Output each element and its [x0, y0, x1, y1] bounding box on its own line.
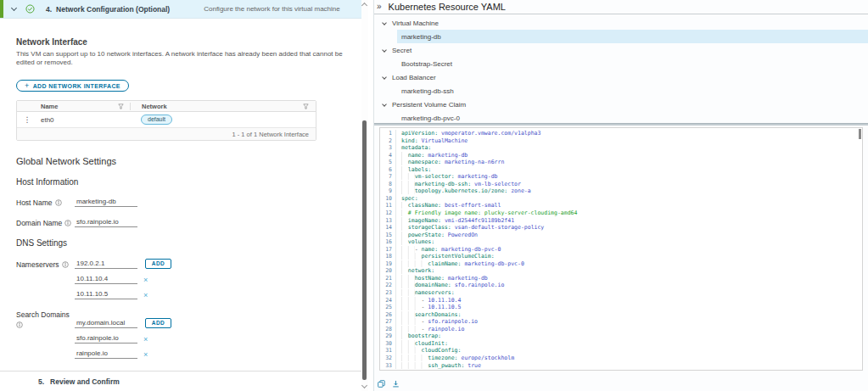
scrollbar-thumb[interactable]: [362, 120, 367, 380]
yaml-code-line: 12 # Friendly image name: plucky-server-…: [380, 209, 862, 217]
tree-item-marketing-db[interactable]: marketing-db: [397, 30, 868, 43]
remove-icon[interactable]: ×: [143, 292, 148, 299]
yaml-code-line: 32 timezone: europe/stockholm: [380, 355, 862, 362]
yaml-code-line: 7 vm-selector: marketing-db: [380, 173, 862, 181]
filter-icon[interactable]: [118, 103, 124, 109]
yaml-panel-header: » Kubernetes Resource YAML: [374, 0, 868, 14]
resource-tree: Virtual Machine marketing-db Secret Boot…: [374, 14, 868, 125]
tree-item-load-balancer[interactable]: Load Balancer: [374, 70, 868, 84]
network-badge: default: [141, 115, 172, 125]
row-actions-icon[interactable]: ⋮: [24, 116, 31, 124]
yaml-code-line: 2kind: VirtualMachine: [380, 137, 862, 145]
step-active-indicator: [0, 0, 3, 18]
domain-name-input[interactable]: [75, 218, 137, 227]
yaml-code-line: 26 searchDomains:: [380, 311, 862, 319]
yaml-code-line: 3metadata:: [380, 144, 862, 152]
tree-child-label: marketing-db-ssh: [401, 87, 454, 95]
step5-title: Review and Confirm: [50, 377, 120, 386]
network-interface-table: Name Network ⋮ eth0 default 1 - 1 of 1 N…: [16, 100, 316, 141]
network-interface-heading: Network Interface: [16, 37, 361, 47]
yaml-code-line: 13 imageName: vmi-d2544fc91189b2f41: [380, 217, 862, 225]
remove-icon[interactable]: ×: [143, 351, 148, 359]
search-domain-entry-input[interactable]: [75, 349, 137, 359]
tree-category-label: Load Balancer: [392, 74, 436, 81]
step4-header[interactable]: 4. Network Configuration (Optional) Conf…: [0, 0, 361, 19]
yaml-code-line: 18 persistentVolumeClaim:: [380, 253, 862, 260]
host-information-heading: Host Information: [16, 177, 361, 187]
step4-content: Network Interface This VM can support up…: [0, 37, 361, 387]
download-icon[interactable]: [392, 380, 400, 388]
nameserver-entry-row: ×: [75, 274, 361, 284]
chevron-down-icon: [382, 20, 387, 25]
domain-name-label: Domain Name: [16, 219, 75, 227]
step5-header[interactable]: 5. Review and Confirm: [0, 371, 361, 391]
column-header-name: Name: [41, 103, 58, 110]
nameserver-entry-input[interactable]: [75, 290, 137, 299]
yaml-code-line: 25 - 10.11.10.5: [380, 304, 862, 311]
tree-item-marketing-db-ssh[interactable]: marketing-db-ssh: [397, 84, 868, 98]
yaml-code-block[interactable]: 1apiVersion: vmoperator.vmware.com/v1alp…: [379, 127, 863, 371]
yaml-code-line: 23 nameservers:: [380, 289, 862, 297]
wizard-panel: 4. Network Configuration (Optional) Conf…: [0, 0, 361, 391]
nameserver-input[interactable]: [75, 260, 137, 269]
yaml-code-line: 1apiVersion: vmoperator.vmware.com/v1alp…: [380, 130, 862, 137]
code-actions: [378, 380, 400, 388]
search-domain-entry-input[interactable]: [75, 334, 137, 344]
step4-number: 4.: [46, 5, 52, 14]
yaml-code: 1apiVersion: vmoperator.vmware.com/v1alp…: [380, 128, 862, 369]
yaml-code-line: 16 volumes:: [380, 238, 862, 246]
vertical-scrollbar[interactable]: [361, 0, 368, 391]
nameservers-label-text: Nameservers: [16, 260, 59, 269]
yaml-code-line: 19 claimName: marketing-db-pvc-0: [380, 260, 862, 268]
info-icon[interactable]: [55, 199, 62, 206]
host-name-input[interactable]: [75, 198, 137, 207]
remove-icon[interactable]: ×: [143, 336, 148, 344]
add-network-interface-label: ADD NETWORK INTERFACE: [33, 83, 120, 89]
tree-item-virtual-machine[interactable]: Virtual Machine: [374, 16, 868, 30]
network-interface-description: This VM can support up to 10 network int…: [16, 50, 359, 67]
yaml-code-line: 22 domainName: sfo.rainpole.io: [380, 282, 862, 289]
yaml-code-line: 11 className: best-effort-small: [380, 202, 862, 209]
search-domain-input[interactable]: [75, 319, 137, 328]
yaml-code-line: 29 bootstrap:: [380, 332, 862, 340]
info-icon[interactable]: [62, 261, 69, 268]
tree-item-bootstrap-secret[interactable]: Bootstrap-Secret: [397, 57, 868, 70]
tree-child-label: marketing-db: [401, 33, 441, 41]
copy-icon[interactable]: [378, 380, 385, 388]
remove-icon[interactable]: ×: [143, 276, 148, 284]
domain-name-row: Domain Name: [16, 218, 361, 227]
nameserver-entry-input[interactable]: [75, 275, 137, 284]
tree-item-secret[interactable]: Secret: [374, 43, 868, 57]
collapse-panel-icon[interactable]: »: [377, 3, 382, 11]
info-icon[interactable]: [64, 220, 71, 226]
yaml-code-line: 30 cloudInit:: [380, 340, 862, 348]
yaml-code-line: 8 marketing-db-ssh: vm-lb-selector: [380, 181, 862, 188]
filter-icon[interactable]: [303, 103, 309, 109]
add-network-interface-button[interactable]: + ADD NETWORK INTERFACE: [16, 80, 129, 92]
column-header-network: Network: [142, 103, 167, 110]
global-network-settings-heading: Global Network Settings: [16, 156, 361, 166]
table-pagination-text: 1 - 1 of 1 Network Interface: [232, 131, 309, 138]
scroll-down-icon[interactable]: [361, 383, 367, 388]
yaml-code-line: 9 topology.kubernetes.io/zone: zone-a: [380, 187, 862, 195]
search-domain-entry-row: ×: [75, 349, 361, 359]
code-scrollbar-thumb[interactable]: [859, 129, 861, 139]
tree-item-persistent-volume-claim[interactable]: Persistent Volume Claim: [374, 98, 868, 111]
search-domains-row: Search Domains ADD: [16, 310, 361, 328]
search-domains-label: Search Domains: [16, 310, 75, 328]
nameserver-add-button[interactable]: ADD: [145, 259, 171, 269]
table-header-row: Name Network: [17, 101, 316, 112]
table-row[interactable]: ⋮ eth0 default: [17, 112, 316, 128]
tree-child-label: Bootstrap-Secret: [401, 60, 452, 68]
yaml-code-line: 14 storageClass: vsan-default-storage-po…: [380, 224, 862, 232]
domain-name-label-text: Domain Name: [16, 219, 62, 227]
yaml-code-line: 33 ssh_pwauth: true: [380, 362, 862, 370]
scroll-up-icon[interactable]: [361, 3, 367, 8]
tree-category-label: Persistent Volume Claim: [392, 101, 466, 109]
search-domain-add-button[interactable]: ADD: [145, 318, 171, 328]
step4-title: Network Configuration (Optional): [56, 5, 170, 14]
yaml-code-line: 27 - sfo.rainpole.io: [380, 318, 862, 326]
plus-icon: +: [25, 83, 30, 89]
panel-splitter[interactable]: [374, 123, 868, 126]
info-icon[interactable]: [16, 321, 23, 328]
